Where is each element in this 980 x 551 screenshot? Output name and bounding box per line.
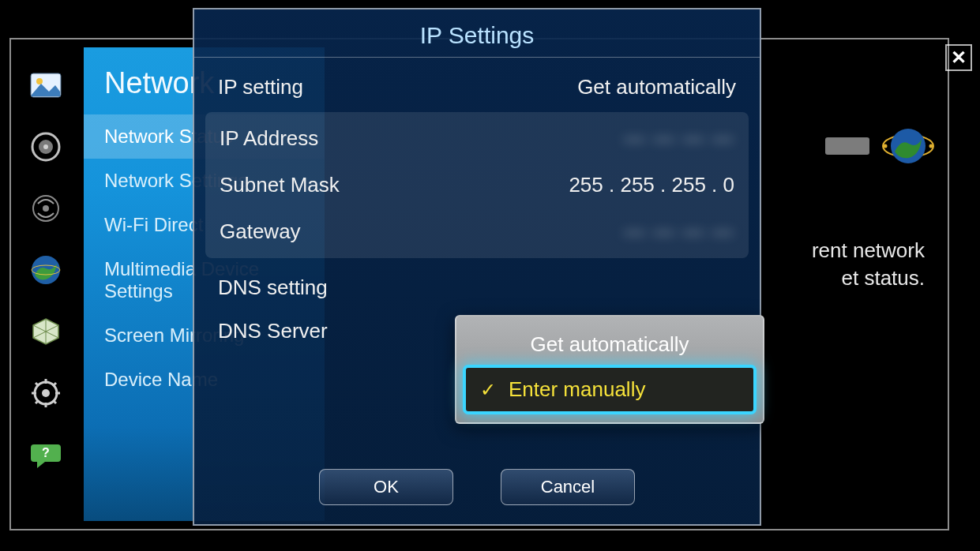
broadcast-icon[interactable] (28, 191, 63, 226)
sound-icon[interactable] (28, 129, 63, 164)
internet-globe-icon (880, 118, 936, 174)
network-diagram (825, 118, 936, 174)
description-line: et status. (842, 266, 926, 290)
svg-line-17 (53, 400, 56, 403)
svg-line-19 (36, 400, 39, 403)
ip-fields-group: IP Address — — — — Subnet Mask 255 . 255… (205, 112, 749, 258)
close-button[interactable]: ✕ (945, 44, 972, 71)
close-icon: ✕ (951, 47, 967, 69)
svg-point-1 (36, 78, 43, 84)
checkmark-icon: ✓ (480, 379, 496, 401)
dns-setting-dropdown: Get automatically ✓ Enter manually (455, 315, 764, 424)
ip-address-row[interactable]: IP Address — — — — (205, 115, 749, 162)
ip-setting-row[interactable]: IP setting Get automatically (194, 66, 760, 109)
support-help-icon[interactable]: ? (28, 437, 63, 472)
cancel-button[interactable]: Cancel (501, 469, 635, 505)
svg-point-11 (42, 389, 50, 397)
row-value: 255 . 255 . 255 . 0 (569, 173, 734, 197)
row-label: DNS Server (218, 319, 328, 343)
ok-button[interactable]: OK (319, 469, 453, 505)
dropdown-option-manual[interactable]: ✓ Enter manually (466, 368, 753, 411)
svg-text:?: ? (42, 446, 50, 459)
row-value-obscured: — — — — (624, 219, 734, 244)
dns-setting-row[interactable]: DNS setting (194, 266, 760, 309)
dialog-button-row: OK Cancel (194, 469, 760, 505)
button-label: Cancel (541, 477, 595, 497)
description-text: rent network et status. (759, 237, 925, 292)
option-label: Get automatically (531, 332, 689, 356)
svg-point-23 (884, 144, 888, 148)
option-label: Enter manually (509, 377, 645, 402)
ip-settings-dialog: IP Settings IP setting Get automatically… (193, 8, 761, 526)
row-label: DNS setting (218, 276, 328, 300)
dropdown-option-auto[interactable]: Get automatically (466, 324, 753, 365)
smart-features-icon[interactable] (28, 314, 63, 349)
svg-point-6 (43, 205, 49, 212)
system-gear-icon[interactable] (28, 376, 63, 410)
subnet-mask-row[interactable]: Subnet Mask 255 . 255 . 255 . 0 (205, 162, 749, 208)
svg-line-16 (36, 383, 39, 386)
description-line: rent network (812, 238, 925, 262)
row-label: Gateway (220, 219, 301, 244)
dialog-title: IP Settings (194, 9, 760, 57)
svg-point-4 (43, 144, 48, 149)
gateway-row[interactable]: Gateway — — — — (205, 208, 749, 255)
svg-line-18 (53, 383, 56, 386)
row-label: IP setting (218, 75, 303, 99)
row-label: IP Address (220, 126, 318, 151)
router-icon (825, 137, 869, 155)
button-label: OK (374, 477, 399, 497)
row-value: Get automatically (577, 75, 736, 99)
row-label: Subnet Mask (220, 173, 340, 197)
svg-point-24 (929, 144, 933, 148)
sidebar-item-label: Wi-Fi Direct (104, 214, 203, 235)
row-value-obscured: — — — — (624, 126, 734, 151)
divider (194, 57, 760, 58)
picture-icon[interactable] (28, 68, 63, 103)
network-globe-icon[interactable] (28, 253, 63, 287)
category-icon-rail: ? (22, 68, 69, 472)
